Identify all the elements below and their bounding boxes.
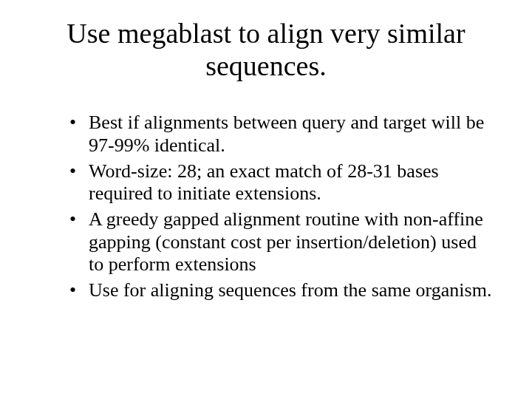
- list-item: A greedy gapped alignment routine with n…: [69, 208, 495, 276]
- slide: Use megablast to align very similar sequ…: [0, 0, 532, 399]
- slide-title: Use megablast to align very similar sequ…: [52, 18, 480, 82]
- list-item: Use for aligning sequences from the same…: [69, 279, 495, 302]
- bullet-list: Best if alignments between query and tar…: [37, 112, 495, 301]
- list-item: Best if alignments between query and tar…: [69, 112, 495, 157]
- list-item: Word-size: 28; an exact match of 28-31 b…: [69, 160, 495, 205]
